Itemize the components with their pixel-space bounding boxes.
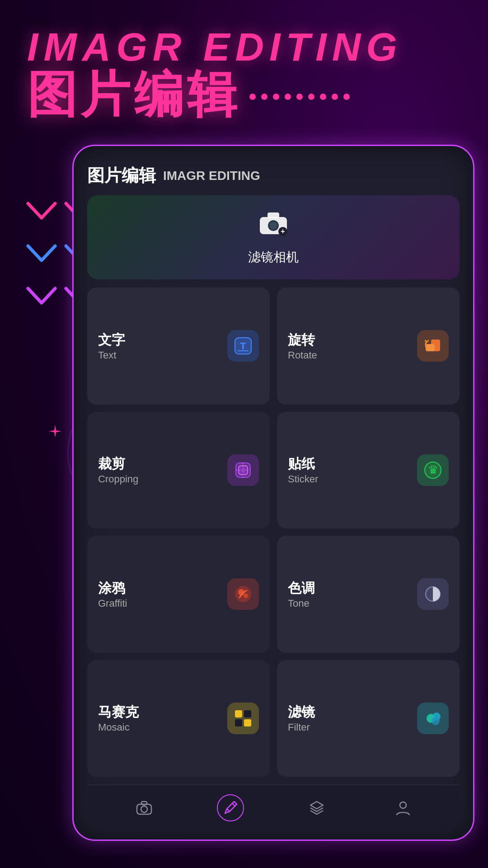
feature-tone-btn[interactable]: 色调 Tone xyxy=(277,536,460,653)
svg-rect-10 xyxy=(426,344,435,351)
svg-rect-22 xyxy=(244,710,251,717)
camera-card[interactable]: + 滤镜相机 xyxy=(87,195,460,279)
feature-text-btn[interactable]: 文字 Text T xyxy=(87,288,270,405)
feature-crop-btn[interactable]: 裁剪 Cropping xyxy=(87,412,270,529)
svg-text:T: T xyxy=(240,340,246,352)
svg-point-19 xyxy=(244,594,248,598)
feature-text-label: 文字 Text xyxy=(98,331,125,361)
svg-point-27 xyxy=(432,717,440,725)
svg-rect-23 xyxy=(235,719,242,726)
star-small-2 xyxy=(49,425,61,439)
svg-point-2 xyxy=(270,222,277,229)
feature-rotate-label: 旋转 Rotate xyxy=(288,331,317,361)
camera-icon: + xyxy=(258,209,289,242)
svg-point-29 xyxy=(141,806,147,812)
svg-rect-8 xyxy=(238,350,249,351)
svg-point-31 xyxy=(400,802,406,808)
dotted-decoration xyxy=(249,94,350,100)
phone-content: 图片编辑 IMAGR EDITING + 滤镜相机 xyxy=(74,146,473,840)
svg-text:+: + xyxy=(281,227,285,235)
app-title-zh: 图片编辑 xyxy=(87,164,156,187)
nav-profile[interactable] xyxy=(389,794,417,821)
app-title-en: IMAGR EDITING xyxy=(163,169,260,183)
sticker-icon: ♛ xyxy=(417,454,449,486)
feature-grid: 文字 Text T 旋转 Rotate xyxy=(87,288,460,777)
feature-graffiti-btn[interactable]: 涂鸦 Graffiti xyxy=(87,536,270,653)
svg-rect-3 xyxy=(267,212,279,218)
text-icon: T xyxy=(227,330,259,362)
feature-crop-label: 裁剪 Cropping xyxy=(98,455,138,485)
tone-icon xyxy=(417,578,449,610)
svg-rect-30 xyxy=(141,802,147,805)
main-title-zh: 图片编辑 xyxy=(27,67,240,122)
feature-tone-label: 色调 Tone xyxy=(288,579,315,609)
feature-sticker-btn[interactable]: 贴纸 Sticker ♛ xyxy=(277,412,460,529)
feature-rotate-btn[interactable]: 旋转 Rotate xyxy=(277,288,460,405)
feature-mosaic-label: 马赛克 Mosaic xyxy=(98,703,139,733)
bottom-nav xyxy=(87,785,460,830)
feature-mosaic-btn[interactable]: 马赛克 Mosaic xyxy=(87,660,270,777)
graffiti-icon xyxy=(227,578,259,610)
nav-camera[interactable] xyxy=(131,794,158,821)
svg-text:♛: ♛ xyxy=(428,463,438,476)
nav-layers[interactable] xyxy=(303,794,330,821)
feature-graffiti-label: 涂鸦 Graffiti xyxy=(98,579,127,609)
rotate-icon xyxy=(417,330,449,362)
nav-edit[interactable] xyxy=(217,794,244,821)
feature-filter-label: 滤镜 Filter xyxy=(288,703,315,733)
feature-sticker-label: 贴纸 Sticker xyxy=(288,455,318,485)
app-header: 图片编辑 IMAGR EDITING xyxy=(87,164,460,187)
svg-rect-21 xyxy=(235,710,242,717)
title-area: IMAGR EDITING 图片编辑 xyxy=(27,27,461,122)
svg-rect-24 xyxy=(244,719,251,726)
camera-label: 滤镜相机 xyxy=(248,249,299,266)
feature-filter-btn[interactable]: 滤镜 Filter xyxy=(277,660,460,777)
crop-icon xyxy=(227,454,259,486)
mosaic-icon xyxy=(227,703,259,734)
main-title-en: IMAGR EDITING xyxy=(27,27,461,67)
filter-icon xyxy=(417,703,449,734)
phone-mockup: 图片编辑 IMAGR EDITING + 滤镜相机 xyxy=(72,145,474,841)
